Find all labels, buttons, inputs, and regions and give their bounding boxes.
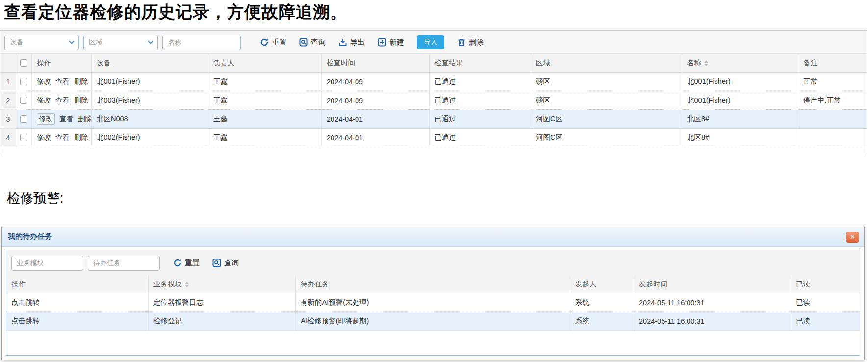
- area-select[interactable]: 区域: [83, 35, 158, 50]
- todo-panel: 我的待办任务 ✕ 重置 查询 操作 业务模块 待办: [1, 227, 865, 360]
- edit-link[interactable]: 修改: [37, 96, 51, 105]
- cell-remark: [798, 110, 867, 129]
- cell-result: 已通过: [430, 129, 531, 147]
- col-header-result: 检查结果: [430, 54, 531, 73]
- col-header-remark: 备注: [798, 54, 867, 73]
- cell-result: 已通过: [430, 91, 531, 110]
- cell-check-time: 2024-04-01: [322, 129, 430, 147]
- cell-name: 北001(Fisher): [682, 91, 798, 110]
- task-input[interactable]: [88, 256, 160, 271]
- view-link[interactable]: 查看: [55, 77, 70, 86]
- select-all-checkbox[interactable]: [20, 59, 27, 67]
- jump-link[interactable]: 点击跳转: [6, 312, 149, 331]
- col-header-initiator: 发起人: [570, 276, 634, 293]
- export-button[interactable]: 导出: [338, 38, 365, 47]
- row-checkbox-cell: [16, 91, 32, 110]
- cell-device: 北001(Fisher): [92, 73, 208, 91]
- cell-initiator: 系统: [570, 312, 634, 331]
- cell-task: 有新的AI预警(未处理): [296, 293, 570, 312]
- row-checkbox[interactable]: [20, 78, 27, 85]
- reset-button[interactable]: 重置: [260, 38, 286, 47]
- row-actions: 修改 查看 删除: [32, 91, 92, 110]
- delete-link[interactable]: 删除: [74, 133, 88, 142]
- col-header-task: 待办任务: [296, 276, 570, 293]
- col-header-read: 已读: [791, 276, 860, 293]
- cell-owner: 王鑫: [208, 129, 322, 147]
- cell-module: 检修登记: [149, 312, 296, 331]
- device-select[interactable]: 设备: [4, 35, 79, 50]
- cell-time: 2024-05-11 16:00:31: [634, 312, 791, 331]
- sort-icon[interactable]: [185, 282, 189, 287]
- edit-link[interactable]: 修改: [37, 133, 51, 142]
- row-actions: 修改 查看 删除: [32, 110, 92, 129]
- cell-remark: 正常: [798, 73, 867, 91]
- todo-table: 操作 业务模块 待办任务 发起人 发起时间 已读 点击跳转 定位器报警日志 有新…: [6, 276, 860, 331]
- row-checkbox-cell: [16, 73, 32, 91]
- row-checkbox[interactable]: [20, 115, 27, 123]
- col-header-name-label: 名称: [687, 58, 701, 68]
- cell-check-time: 2024-04-01: [322, 110, 430, 129]
- cell-area: 磅区: [531, 73, 682, 91]
- view-link[interactable]: 查看: [55, 96, 70, 105]
- name-input[interactable]: [162, 35, 241, 50]
- delete-link[interactable]: 删除: [74, 77, 88, 86]
- plus-icon: [378, 38, 386, 47]
- create-button[interactable]: 新建: [378, 38, 404, 47]
- device-select-placeholder: 设备: [10, 38, 24, 47]
- col-header-name[interactable]: 名称: [682, 54, 798, 73]
- cell-task: AI检修预警(即将超期): [296, 312, 570, 331]
- cell-area: 河图C区: [531, 129, 682, 147]
- row-checkbox-cell: [16, 129, 32, 147]
- col-header-owner: 负责人: [208, 54, 322, 73]
- row-number: 3: [0, 110, 16, 129]
- edit-link[interactable]: 修改: [37, 113, 55, 125]
- cell-check-time: 2024-04-09: [322, 91, 430, 110]
- refresh-icon: [173, 259, 182, 267]
- corner-cell: [0, 54, 16, 73]
- delete-link[interactable]: 删除: [78, 114, 92, 124]
- cell-remark: 停产中,正常: [798, 91, 867, 110]
- cell-name: 北区8#: [682, 110, 798, 129]
- history-table: 操作 设备 负责人 检查时间 检查结果 区域 名称 备注 1 修改 查看 删除 …: [0, 54, 867, 147]
- row-checkbox[interactable]: [20, 97, 27, 104]
- import-button[interactable]: 导入: [417, 35, 444, 49]
- query-button[interactable]: 查询: [299, 38, 326, 47]
- row-checkbox[interactable]: [20, 134, 27, 141]
- module-input[interactable]: [11, 256, 83, 271]
- cell-remark: [798, 129, 867, 147]
- cell-time: 2024-05-11 16:00:31: [634, 293, 791, 312]
- cell-result: 已通过: [430, 73, 531, 91]
- maintenance-warning-label: 检修预警:: [7, 189, 64, 207]
- sort-icon[interactable]: [704, 60, 708, 66]
- cell-name: 北001(Fisher): [682, 73, 798, 91]
- cell-owner: 王鑫: [208, 91, 322, 110]
- edit-link[interactable]: 修改: [37, 77, 51, 86]
- history-section: 设备 区域 重置 查询 导出: [0, 30, 867, 155]
- view-link[interactable]: 查看: [59, 114, 74, 124]
- delete-link[interactable]: 删除: [74, 96, 88, 105]
- row-number: 1: [0, 73, 16, 91]
- col-header-op: 操作: [6, 276, 149, 293]
- todo-reset-button[interactable]: 重置: [173, 259, 200, 268]
- query-button-label: 查询: [311, 38, 326, 47]
- todo-reset-button-label: 重置: [185, 259, 200, 268]
- cell-result: 已通过: [430, 110, 531, 129]
- col-header-module[interactable]: 业务模块: [149, 276, 296, 293]
- row-checkbox-cell: [16, 110, 32, 129]
- delete-button[interactable]: 删除: [457, 38, 484, 47]
- jump-link[interactable]: 点击跳转: [6, 293, 149, 312]
- close-icon[interactable]: ✕: [846, 232, 859, 243]
- todo-panel-title: 我的待办任务: [8, 232, 52, 241]
- cell-check-time: 2024-04-09: [322, 73, 430, 91]
- col-header-op: 操作: [32, 54, 92, 73]
- view-link[interactable]: 查看: [55, 133, 70, 142]
- todo-query-button[interactable]: 查询: [212, 259, 239, 268]
- export-button-label: 导出: [350, 38, 365, 47]
- col-header-time: 发起时间: [634, 276, 791, 293]
- cell-area: 河图C区: [531, 110, 682, 129]
- todo-panel-header: 我的待办任务: [2, 227, 864, 247]
- cell-module: 定位器报警日志: [149, 293, 296, 312]
- cell-device: 北区N008: [92, 110, 208, 129]
- trash-icon: [457, 38, 466, 47]
- page-title: 查看定位器检修的历史记录，方便故障追溯。: [4, 1, 347, 24]
